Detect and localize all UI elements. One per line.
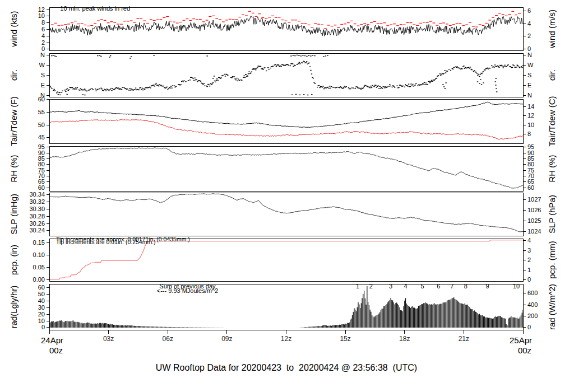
wind-direction-point	[123, 87, 124, 87]
solar-radiation-bar	[349, 323, 350, 328]
solar-radiation-bar	[429, 304, 429, 328]
annotation-rad-1: <--- 9.93 MJoules/m^2	[157, 287, 218, 294]
wind-direction-point	[165, 87, 166, 88]
solar-radiation-bar	[307, 327, 307, 328]
wind-direction-point	[264, 67, 265, 68]
wind-direction-point	[86, 91, 87, 91]
tick-label-right-temp: 10	[527, 122, 534, 128]
solar-radiation-bar	[325, 325, 325, 328]
wind-direction-point	[393, 86, 394, 86]
solar-radiation-bar	[365, 305, 366, 328]
wind-direction-point	[255, 69, 256, 70]
wind-direction-point	[336, 87, 337, 87]
wind-direction-point	[453, 67, 455, 68]
wind-direction-point	[521, 66, 522, 67]
wind-direction-point	[57, 91, 58, 92]
solar-radiation-bar	[110, 324, 111, 328]
wind-direction-point	[243, 77, 244, 77]
tick-label-left-rh: 60	[38, 184, 45, 191]
solar-radiation-bar	[437, 304, 437, 328]
solar-radiation-bar	[486, 318, 487, 328]
solar-radiation-bar	[164, 327, 164, 328]
wind-direction-outlier-point	[51, 55, 52, 56]
wind-direction-point	[260, 66, 261, 67]
solar-radiation-bar	[94, 324, 94, 328]
wind-direction-point	[141, 89, 142, 90]
solar-radiation-bar	[435, 304, 436, 328]
tick-label-right-temp: 14	[527, 103, 534, 110]
wind-direction-point	[459, 68, 460, 68]
tick-label-left-dir: E	[41, 82, 45, 88]
wind-direction-point	[406, 85, 408, 86]
ylabel-left-pcp: pcp. (in)	[9, 245, 18, 275]
wind-direction-outlier-point	[244, 77, 245, 77]
solar-radiation-bar	[140, 326, 140, 328]
tick-label-right-temp: 8	[527, 130, 531, 137]
solar-radiation-bar	[325, 325, 326, 328]
ylabel-right-temp: Tair/Tdew (C)	[547, 96, 557, 146]
wind-direction-point	[304, 61, 305, 62]
solar-radiation-bar	[522, 312, 522, 328]
wind-direction-point	[157, 85, 158, 85]
solar-radiation-bar	[451, 299, 451, 328]
tick-label-right-wind: 2	[527, 32, 531, 39]
wind-direction-outlier-point	[53, 55, 54, 55]
wind-direction-point	[468, 67, 469, 68]
solar-radiation-bar	[423, 303, 424, 328]
wind-direction-point	[405, 84, 406, 85]
solar-radiation-bar	[496, 317, 497, 328]
tick-label-right-dir: S	[527, 72, 531, 78]
tick-label-right-rh: 95	[527, 143, 534, 150]
wind-direction-point	[105, 89, 106, 90]
solar-radiation-bar	[400, 310, 401, 328]
wind-direction-outlier-point	[55, 56, 57, 57]
tick-label-right-rad: 400	[527, 301, 538, 308]
solar-radiation-bar	[107, 323, 107, 328]
solar-radiation-bar	[161, 327, 162, 328]
solar-radiation-bar	[409, 307, 410, 328]
solar-radiation-bar	[405, 298, 406, 328]
solar-radiation-bar	[452, 298, 453, 328]
tick-label-right-pcp: 4	[527, 237, 531, 244]
tdew-trace	[49, 120, 523, 139]
wind-direction-point	[299, 62, 300, 63]
solar-radiation-bar	[69, 321, 70, 328]
solar-radiation-bar	[391, 298, 391, 328]
wind-direction-point	[276, 65, 277, 66]
wind-direction-point	[122, 87, 123, 87]
solar-radiation-bar	[98, 323, 98, 328]
solar-radiation-bar	[137, 326, 137, 328]
solar-radiation-bar	[413, 307, 414, 328]
solar-radiation-bar	[414, 307, 415, 328]
solar-radiation-bar	[112, 324, 113, 328]
wind-direction-point	[119, 88, 121, 88]
wind-direction-point	[174, 87, 175, 87]
wind-direction-point	[308, 63, 309, 63]
ylabel-right-slp: SLP (hPa)	[547, 195, 557, 234]
solar-radiation-bar	[517, 318, 517, 328]
wind-direction-point	[144, 88, 145, 88]
solar-radiation-bar	[382, 309, 383, 328]
wind-direction-outlier-point	[327, 55, 328, 55]
wind-direction-point	[134, 89, 135, 90]
tick-label-right-rh: 80	[527, 161, 534, 167]
tick-label-right-dir: N	[527, 92, 532, 99]
panel-temp: 455055608101214Tair/Tdew (F)Tair/Tdew (C…	[9, 96, 557, 146]
solar-radiation-bar	[115, 325, 115, 328]
wind-direction-point	[372, 85, 373, 86]
annotation-wind-0: 10 min. peak winds in red	[60, 5, 130, 12]
wind-direction-point	[278, 65, 279, 66]
wind-direction-point	[317, 87, 318, 87]
solar-radiation-bar	[504, 318, 504, 328]
solar-radiation-bar	[382, 309, 382, 328]
solar-radiation-bar	[516, 318, 516, 328]
solar-radiation-bar	[365, 298, 365, 328]
solar-radiation-bar	[151, 326, 151, 328]
wind-direction-point	[448, 69, 450, 69]
solar-radiation-bar	[63, 322, 63, 328]
wind-direction-point	[168, 88, 169, 89]
solar-radiation-bar	[78, 323, 79, 328]
tick-label-left-temp: 55	[38, 109, 45, 115]
solar-radiation-bar	[51, 321, 52, 328]
ylabel-right-pcp: pcp. (mm)	[547, 241, 557, 279]
